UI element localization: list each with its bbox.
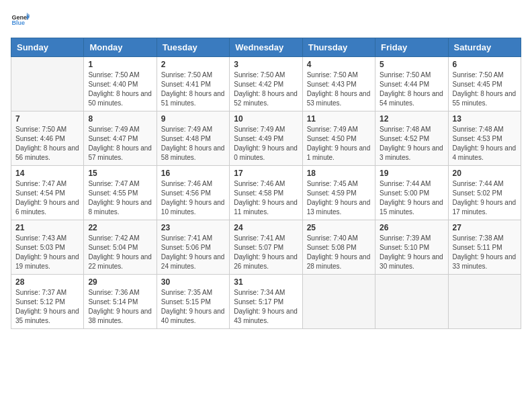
day-info: Sunrise: 7:34 AMSunset: 5:17 PMDaylight:…: [234, 288, 298, 326]
logo-icon: General Blue: [11, 11, 30, 30]
column-header-friday: Friday: [375, 38, 448, 57]
day-info: Sunrise: 7:49 AMSunset: 4:50 PMDaylight:…: [307, 125, 371, 163]
calendar-cell: 29Sunrise: 7:36 AMSunset: 5:14 PMDayligh…: [84, 275, 157, 329]
calendar-cell: 14Sunrise: 7:47 AMSunset: 4:54 PMDayligh…: [11, 166, 84, 220]
calendar-cell: 15Sunrise: 7:47 AMSunset: 4:55 PMDayligh…: [84, 166, 157, 220]
calendar-cell: 5Sunrise: 7:50 AMSunset: 4:44 PMDaylight…: [375, 57, 448, 111]
day-info: Sunrise: 7:50 AMSunset: 4:41 PMDaylight:…: [161, 71, 225, 108]
day-number: 16: [161, 169, 225, 178]
day-number: 12: [380, 114, 443, 124]
day-info: Sunrise: 7:39 AMSunset: 5:10 PMDaylight:…: [380, 234, 443, 271]
calendar-week-row: 14Sunrise: 7:47 AMSunset: 4:54 PMDayligh…: [11, 166, 521, 220]
svg-text:Blue: Blue: [11, 19, 25, 26]
day-number: 23: [161, 223, 225, 232]
day-number: 20: [453, 169, 517, 178]
calendar-week-row: 7Sunrise: 7:50 AMSunset: 4:46 PMDaylight…: [11, 111, 521, 166]
calendar-cell: 13Sunrise: 7:48 AMSunset: 4:53 PMDayligh…: [448, 111, 521, 166]
calendar-cell: 10Sunrise: 7:49 AMSunset: 4:49 PMDayligh…: [230, 111, 302, 166]
day-info: Sunrise: 7:48 AMSunset: 4:53 PMDaylight:…: [453, 125, 517, 163]
logo: General Blue: [11, 11, 30, 30]
calendar-cell: 23Sunrise: 7:41 AMSunset: 5:06 PMDayligh…: [157, 220, 229, 275]
calendar-cell: [302, 275, 375, 329]
calendar-cell: 9Sunrise: 7:49 AMSunset: 4:48 PMDaylight…: [157, 111, 229, 166]
column-header-sunday: Sunday: [11, 38, 84, 57]
calendar-cell: 11Sunrise: 7:49 AMSunset: 4:50 PMDayligh…: [302, 111, 375, 166]
column-header-monday: Monday: [84, 38, 157, 57]
day-info: Sunrise: 7:38 AMSunset: 5:11 PMDaylight:…: [453, 234, 517, 271]
day-info: Sunrise: 7:36 AMSunset: 5:14 PMDaylight:…: [88, 288, 152, 326]
calendar-cell: 20Sunrise: 7:44 AMSunset: 5:02 PMDayligh…: [448, 166, 521, 220]
day-info: Sunrise: 7:37 AMSunset: 5:12 PMDaylight:…: [15, 288, 79, 326]
day-number: 15: [88, 169, 152, 178]
calendar-week-row: 21Sunrise: 7:43 AMSunset: 5:03 PMDayligh…: [11, 220, 521, 275]
calendar-cell: 8Sunrise: 7:49 AMSunset: 4:47 PMDaylight…: [84, 111, 157, 166]
calendar-cell: 21Sunrise: 7:43 AMSunset: 5:03 PMDayligh…: [11, 220, 84, 275]
calendar-cell: 28Sunrise: 7:37 AMSunset: 5:12 PMDayligh…: [11, 275, 84, 329]
calendar-cell: 24Sunrise: 7:41 AMSunset: 5:07 PMDayligh…: [230, 220, 302, 275]
day-info: Sunrise: 7:49 AMSunset: 4:48 PMDaylight:…: [161, 125, 225, 163]
day-info: Sunrise: 7:35 AMSunset: 5:15 PMDaylight:…: [161, 288, 225, 326]
day-number: 8: [88, 114, 152, 124]
day-info: Sunrise: 7:50 AMSunset: 4:40 PMDaylight:…: [88, 71, 152, 108]
day-number: 27: [453, 223, 517, 232]
column-header-thursday: Thursday: [302, 38, 375, 57]
day-number: 9: [161, 114, 225, 124]
day-number: 29: [88, 277, 152, 287]
day-number: 3: [234, 60, 298, 69]
calendar-cell: 2Sunrise: 7:50 AMSunset: 4:41 PMDaylight…: [157, 57, 229, 111]
day-number: 26: [380, 223, 443, 232]
calendar-cell: 22Sunrise: 7:42 AMSunset: 5:04 PMDayligh…: [84, 220, 157, 275]
day-info: Sunrise: 7:50 AMSunset: 4:46 PMDaylight:…: [15, 125, 79, 163]
page-header: General Blue: [11, 11, 521, 30]
column-header-saturday: Saturday: [448, 38, 521, 57]
day-number: 10: [234, 114, 298, 124]
day-number: 17: [234, 169, 298, 178]
calendar-cell: [11, 57, 84, 111]
day-info: Sunrise: 7:50 AMSunset: 4:44 PMDaylight:…: [380, 71, 443, 108]
calendar-cell: 3Sunrise: 7:50 AMSunset: 4:42 PMDaylight…: [230, 57, 302, 111]
day-number: 1: [88, 60, 152, 69]
calendar-cell: 16Sunrise: 7:46 AMSunset: 4:56 PMDayligh…: [157, 166, 229, 220]
day-number: 7: [15, 114, 79, 124]
calendar-header-row: SundayMondayTuesdayWednesdayThursdayFrid…: [11, 38, 521, 57]
calendar-cell: 6Sunrise: 7:50 AMSunset: 4:45 PMDaylight…: [448, 57, 521, 111]
day-info: Sunrise: 7:49 AMSunset: 4:49 PMDaylight:…: [234, 125, 298, 163]
calendar-cell: 17Sunrise: 7:46 AMSunset: 4:58 PMDayligh…: [230, 166, 302, 220]
day-info: Sunrise: 7:45 AMSunset: 4:59 PMDaylight:…: [307, 179, 371, 217]
day-info: Sunrise: 7:44 AMSunset: 5:02 PMDaylight:…: [453, 179, 517, 217]
day-number: 31: [234, 277, 298, 287]
day-info: Sunrise: 7:46 AMSunset: 4:58 PMDaylight:…: [234, 179, 298, 217]
column-header-tuesday: Tuesday: [157, 38, 229, 57]
day-number: 6: [453, 60, 517, 69]
day-info: Sunrise: 7:47 AMSunset: 4:55 PMDaylight:…: [88, 179, 152, 217]
day-info: Sunrise: 7:50 AMSunset: 4:45 PMDaylight:…: [453, 71, 517, 108]
day-number: 18: [307, 169, 371, 178]
day-info: Sunrise: 7:50 AMSunset: 4:43 PMDaylight:…: [307, 71, 371, 108]
day-number: 19: [380, 169, 443, 178]
day-info: Sunrise: 7:43 AMSunset: 5:03 PMDaylight:…: [15, 234, 79, 271]
calendar-cell: [375, 275, 448, 329]
day-info: Sunrise: 7:41 AMSunset: 5:07 PMDaylight:…: [234, 234, 298, 271]
day-number: 4: [307, 60, 371, 69]
day-number: 2: [161, 60, 225, 69]
calendar-cell: 7Sunrise: 7:50 AMSunset: 4:46 PMDaylight…: [11, 111, 84, 166]
day-number: 21: [15, 223, 79, 232]
day-number: 25: [307, 223, 371, 232]
day-info: Sunrise: 7:46 AMSunset: 4:56 PMDaylight:…: [161, 179, 225, 217]
day-number: 13: [453, 114, 517, 124]
calendar-cell: 12Sunrise: 7:48 AMSunset: 4:52 PMDayligh…: [375, 111, 448, 166]
day-info: Sunrise: 7:40 AMSunset: 5:08 PMDaylight:…: [307, 234, 371, 271]
day-info: Sunrise: 7:47 AMSunset: 4:54 PMDaylight:…: [15, 179, 79, 217]
day-info: Sunrise: 7:50 AMSunset: 4:42 PMDaylight:…: [234, 71, 298, 108]
day-info: Sunrise: 7:44 AMSunset: 5:00 PMDaylight:…: [380, 179, 443, 217]
calendar-cell: 26Sunrise: 7:39 AMSunset: 5:10 PMDayligh…: [375, 220, 448, 275]
calendar-cell: 31Sunrise: 7:34 AMSunset: 5:17 PMDayligh…: [230, 275, 302, 329]
calendar-cell: 25Sunrise: 7:40 AMSunset: 5:08 PMDayligh…: [302, 220, 375, 275]
calendar-week-row: 28Sunrise: 7:37 AMSunset: 5:12 PMDayligh…: [11, 275, 521, 329]
day-number: 30: [161, 277, 225, 287]
day-number: 22: [88, 223, 152, 232]
day-number: 24: [234, 223, 298, 232]
column-header-wednesday: Wednesday: [230, 38, 302, 57]
calendar-cell: [448, 275, 521, 329]
day-number: 5: [380, 60, 443, 69]
